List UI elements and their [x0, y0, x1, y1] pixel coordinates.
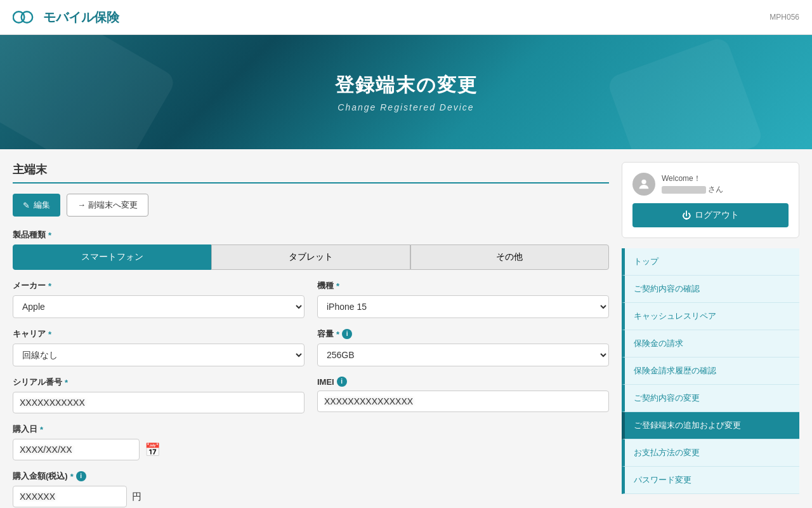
- welcome-user: Welcome！ さん: [632, 173, 789, 196]
- nav-item-contract-confirm[interactable]: ご契約内容の確認: [622, 276, 799, 303]
- capacity-select[interactable]: 128GB 256GB 512GB 1TB: [317, 344, 609, 366]
- purchase-date-group: 購入日 * 📅: [13, 424, 609, 460]
- logo-area: モバイル保険: [13, 9, 119, 26]
- serial-imei-row: シリアル番号 * IMEI i: [13, 377, 609, 413]
- model-group: 機種 * iPhone 15 iPhone 15 Pro iPhone 14 i…: [317, 280, 609, 318]
- btn-row: ✎ 編集 → 副端末へ変更: [13, 194, 609, 217]
- header: モバイル保険 MPH056: [0, 0, 812, 35]
- product-type-toggle: スマートフォン タブレット その他: [13, 244, 609, 270]
- product-type-label: 製品種類 *: [13, 229, 609, 241]
- main-container: 主端末 ✎ 編集 → 副端末へ変更 製品種類 * スマートフォン タブレット: [0, 149, 812, 508]
- capacity-label: 容量 * i: [317, 328, 609, 340]
- nav-item-payment-change[interactable]: お支払方法の変更: [622, 439, 799, 467]
- maker-select[interactable]: Apple Samsung Google Sony Sharp その他: [13, 295, 304, 318]
- hero-subtitle: Change Registered Device: [337, 102, 474, 112]
- purchase-date-required: *: [40, 425, 43, 434]
- model-required: *: [336, 281, 339, 291]
- username-row: さん: [662, 184, 723, 195]
- welcome-text-block: Welcome！ さん: [662, 173, 723, 195]
- logout-icon: ⏻: [682, 210, 691, 220]
- maker-model-row: メーカー * Apple Samsung Google Sony Sharp そ…: [13, 280, 609, 318]
- carrier-capacity-row: キャリア * 回線なし docomo au SoftBank 楽天モバイル 容量…: [13, 328, 609, 366]
- nav-item-device-change[interactable]: ご登録端末の追加および変更: [622, 412, 799, 439]
- maker-group: メーカー * Apple Samsung Google Sony Sharp そ…: [13, 280, 304, 318]
- svg-point-1: [22, 11, 33, 23]
- product-type-tablet[interactable]: タブレット: [211, 244, 410, 270]
- carrier-group: キャリア * 回線なし docomo au SoftBank 楽天モバイル: [13, 328, 304, 366]
- welcome-card: Welcome！ さん ⏻ ログアウト: [622, 162, 799, 238]
- avatar: [632, 173, 655, 196]
- product-type-required: *: [48, 231, 51, 240]
- logo-icon: [13, 10, 38, 25]
- edit-button[interactable]: ✎ 編集: [13, 194, 60, 217]
- purchase-price-info-icon[interactable]: i: [76, 471, 86, 481]
- logout-button[interactable]: ⏻ ログアウト: [632, 203, 789, 227]
- welcome-label: Welcome！: [662, 173, 723, 184]
- imei-group: IMEI i: [317, 377, 609, 413]
- section-title: 主端末: [13, 162, 609, 184]
- hero-banner: 登録端末の変更 Change Registered Device: [0, 35, 812, 149]
- imei-label: IMEI i: [317, 377, 609, 387]
- svg-point-2: [641, 180, 646, 184]
- form-section: 製品種類 * スマートフォン タブレット その他 メーカー * A: [13, 229, 609, 507]
- switch-sub-button[interactable]: → 副端末へ変更: [67, 194, 148, 217]
- serial-label: シリアル番号 *: [13, 377, 304, 388]
- product-type-other[interactable]: その他: [410, 244, 609, 270]
- capacity-required: *: [336, 330, 339, 339]
- purchase-price-group: 購入金額(税込) * i 円: [13, 471, 609, 507]
- edit-button-label: 編集: [34, 199, 50, 211]
- purchase-date-wrapper: 📅: [13, 439, 609, 460]
- nav-item-cashless-repair[interactable]: キャッシュレスリペア: [622, 303, 799, 330]
- purchase-date-input[interactable]: [13, 439, 140, 460]
- nav-menu: トップ ご契約内容の確認 キャッシュレスリペア 保険金の請求 保険金請求履歴の確…: [622, 248, 799, 494]
- purchase-price-required: *: [70, 472, 74, 481]
- calendar-icon[interactable]: 📅: [145, 442, 160, 457]
- maker-required: *: [48, 281, 51, 291]
- serial-group: シリアル番号 *: [13, 377, 304, 413]
- purchase-price-wrapper: 円: [13, 486, 609, 507]
- username-blurred: [662, 186, 706, 194]
- serial-required: *: [65, 378, 68, 387]
- san-label: さん: [708, 185, 723, 194]
- logo-text: モバイル保険: [43, 9, 119, 26]
- serial-input[interactable]: [13, 392, 304, 413]
- purchase-price-input[interactable]: [13, 486, 127, 507]
- yen-label: 円: [132, 491, 141, 503]
- nav-item-top[interactable]: トップ: [622, 248, 799, 276]
- purchase-price-label: 購入金額(税込) * i: [13, 471, 609, 482]
- nav-item-insurance-claim[interactable]: 保険金の請求: [622, 330, 799, 358]
- content-area: 主端末 ✎ 編集 → 副端末へ変更 製品種類 * スマートフォン タブレット: [13, 162, 609, 507]
- hero-title: 登録端末の変更: [335, 72, 478, 98]
- model-select[interactable]: iPhone 15 iPhone 15 Pro iPhone 14 iPhone…: [317, 295, 609, 318]
- product-type-group: 製品種類 * スマートフォン タブレット その他: [13, 229, 609, 270]
- logout-label: ログアウト: [695, 210, 739, 221]
- carrier-required: *: [48, 330, 51, 339]
- capacity-info-icon[interactable]: i: [342, 329, 352, 339]
- maker-label: メーカー *: [13, 280, 304, 291]
- carrier-label: キャリア *: [13, 328, 304, 340]
- switch-sub-label: → 副端末へ変更: [77, 199, 138, 211]
- imei-input[interactable]: [317, 391, 609, 412]
- model-label: 機種 *: [317, 280, 609, 291]
- edit-icon: ✎: [23, 201, 30, 210]
- carrier-select[interactable]: 回線なし docomo au SoftBank 楽天モバイル: [13, 344, 304, 366]
- sidebar: Welcome！ さん ⏻ ログアウト トップ ご契約内容の確認 キャッシュレス…: [622, 162, 799, 507]
- user-code: MPH056: [769, 13, 799, 22]
- purchase-date-label: 購入日 *: [13, 424, 609, 435]
- nav-item-claim-history[interactable]: 保険金請求履歴の確認: [622, 358, 799, 385]
- nav-item-contract-change[interactable]: ご契約内容の変更: [622, 385, 799, 412]
- product-type-smartphone[interactable]: スマートフォン: [13, 244, 211, 270]
- capacity-group: 容量 * i 128GB 256GB 512GB 1TB: [317, 328, 609, 366]
- imei-info-icon[interactable]: i: [337, 377, 347, 387]
- nav-item-password-change[interactable]: パスワード変更: [622, 467, 799, 494]
